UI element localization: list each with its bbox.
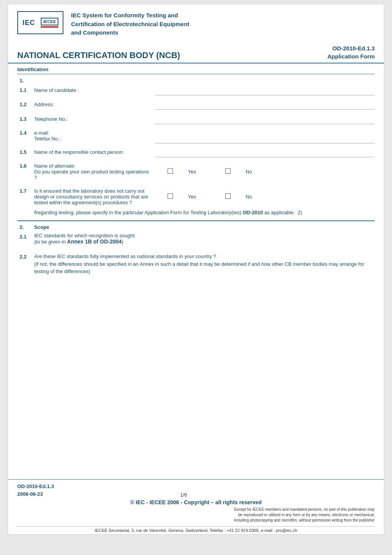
row-2-2: 2.2 Are these IEC standards fully implem… xyxy=(17,252,375,277)
num-1-3: 1.3 xyxy=(17,114,32,124)
logo-area: IEC IECEE xyxy=(17,11,63,34)
scope-label: Scope xyxy=(34,224,49,230)
num-1-7: 1.7 xyxy=(17,186,32,207)
footer-top: OD-2010-Ed.1.3 2006-06-23 1/6 xyxy=(17,483,375,498)
row-section2-header: 2. Scope xyxy=(17,221,375,232)
checkbox-1-7-yes[interactable] xyxy=(168,193,173,199)
label-1-6: Name of alternate: Do you operate your o… xyxy=(32,161,155,182)
row-2-1: 2.1 IEC standards for which recognition … xyxy=(17,232,375,247)
title-row: NATIONAL CERTIFICATION BODY (NCB) OD-201… xyxy=(8,41,384,63)
checkbox-1-6-yes[interactable] xyxy=(168,168,173,174)
checkbox-1-7-no[interactable] xyxy=(225,193,231,199)
od-label: OD-2010-Ed.1.3 xyxy=(327,44,375,52)
logo-box: IEC IECEE xyxy=(17,11,63,34)
row-1-3: 1.3 Telephone No.: xyxy=(17,114,375,124)
num-1-2: 1.2 xyxy=(17,100,32,110)
num-1-6: 1.6 xyxy=(17,161,32,182)
ncb-title: NATIONAL CERTIFICATION BODY (NCB) xyxy=(17,50,180,60)
footer-copyright: © IEC - IECEE 2006 - Copyright – all rig… xyxy=(17,499,375,505)
label-1-5: Name of the responsible contact person: xyxy=(32,147,155,157)
footer-copyright-text: © IEC - IECEE 2006 - Copyright – all rig… xyxy=(130,499,262,505)
row-1-6: 1.6 Name of alternate: Do you operate yo… xyxy=(17,161,375,182)
annex-ref: Annex 1B of OD-2004 xyxy=(67,238,121,245)
logo-underline xyxy=(41,26,58,28)
footer-page: 1/6 xyxy=(180,492,187,498)
footer-left: OD-2010-Ed.1.3 2006-06-23 xyxy=(17,483,54,498)
row-1-7: 1.7 Is it ensured that the laboratory do… xyxy=(17,186,375,207)
section1-num: 1. xyxy=(17,76,32,85)
label-yes-1-6: Yes xyxy=(186,161,213,182)
label-1-2: Address: xyxy=(32,100,155,110)
content: Identification 1. 1.1 xyxy=(8,63,384,480)
row-1-1: 1.1 Name of candidate : xyxy=(17,85,375,95)
logo-iecee: IECEE xyxy=(41,18,58,25)
num-2-1: 2.1 xyxy=(17,232,32,247)
label-1-3: Telephone No.: xyxy=(32,114,155,124)
row-1-2: 1.2 Address: xyxy=(17,100,375,110)
row-section1: 1. xyxy=(17,76,375,85)
header: IEC IECEE IEC System for Conformity Test… xyxy=(8,4,384,41)
label-1-1: Name of candidate : xyxy=(32,85,155,95)
identification-header: Identification xyxy=(17,67,48,72)
footer-address: IECEE Secretariat, 3, rue de Varembé, Ge… xyxy=(17,526,375,533)
footer-date: 2006-06-23 xyxy=(17,490,54,498)
num-2-2: 2.2 xyxy=(17,252,32,277)
num-1-5: 1.5 xyxy=(17,147,32,157)
od-title: OD-2010-Ed.1.3 Application Form xyxy=(327,44,375,60)
note-bold: OD-2010 xyxy=(243,210,263,215)
form-table-1: 1. 1.1 Name of candidate : 1.2 Address: xyxy=(17,76,375,285)
row-1-7-note: Regarding testing, please specify in the… xyxy=(17,207,375,219)
label-1-7: Is it ensured that the laboratory does n… xyxy=(32,186,155,207)
num-1-4: 1.4 xyxy=(17,128,32,143)
header-line1: IEC System for Conformity Testing and xyxy=(71,11,189,20)
section2-num: 2. xyxy=(17,221,32,232)
header-line3: and Components xyxy=(71,28,189,37)
row-1-5: 1.5 Name of the responsible contact pers… xyxy=(17,147,375,157)
section1-header: Identification xyxy=(17,63,375,74)
num-1-1: 1.1 xyxy=(17,85,32,95)
row-1-4: 1.4 e-mail:Telefax No.: xyxy=(17,128,375,143)
label-no-1-7: No xyxy=(243,186,270,207)
header-title: IEC System for Conformity Testing and Ce… xyxy=(71,11,189,37)
checkbox-1-6-no[interactable] xyxy=(225,168,231,174)
footer: OD-2010-Ed.1.3 2006-06-23 1/6 © IEC - IE… xyxy=(8,479,384,534)
logo-iec: IEC xyxy=(22,19,35,27)
header-line2: Certification of Electrotechnical Equipm… xyxy=(71,20,189,29)
logo-iecee-wrap: IECEE xyxy=(41,18,58,28)
footer-notice: Except for IECEE members and mandated pe… xyxy=(17,507,375,525)
label-no-1-6: No xyxy=(243,161,270,182)
footer-doc-id: OD-2010-Ed.1.3 xyxy=(17,483,54,490)
label-yes-1-7: Yes xyxy=(186,186,213,207)
app-label: Application Form xyxy=(327,52,375,60)
label-1-4: e-mail:Telefax No.: xyxy=(32,128,155,143)
page: IEC IECEE IEC System for Conformity Test… xyxy=(8,4,384,535)
